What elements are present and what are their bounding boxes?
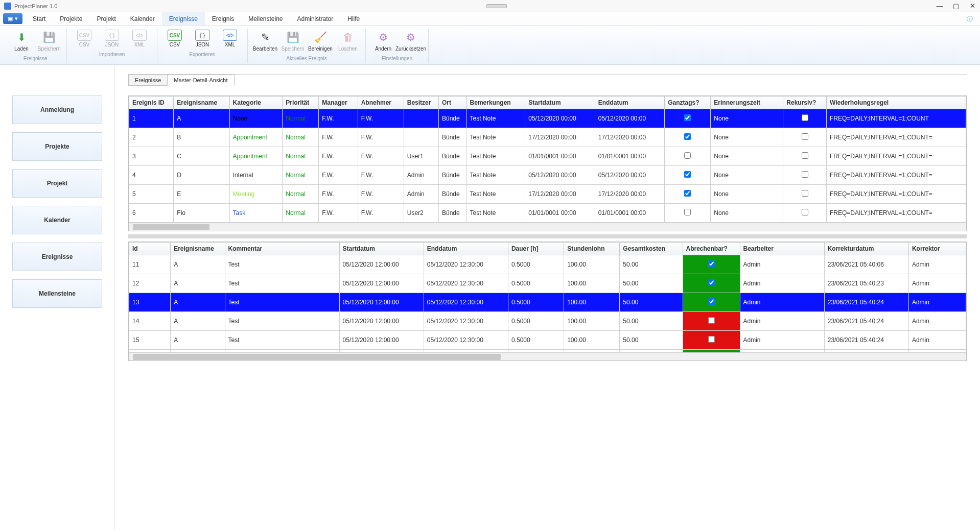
menu-projekte[interactable]: Projekte (53, 12, 89, 25)
col-header[interactable]: Priorität (283, 97, 319, 109)
cell[interactable]: 05/12/2020 12:30:00 (424, 293, 508, 312)
col-header[interactable]: Korrektor (908, 243, 966, 255)
cell[interactable]: None (711, 204, 783, 223)
checkbox[interactable] (802, 114, 808, 121)
cell[interactable]: 11 (129, 255, 171, 274)
minimize-button[interactable]: — (936, 2, 943, 10)
cell[interactable]: Admin (740, 255, 824, 274)
cell[interactable]: 05/12/2020 00:00 (525, 166, 595, 185)
cell[interactable]: 0.5000 (508, 274, 564, 293)
cell[interactable]: E (174, 185, 229, 204)
cell[interactable]: Bünde (439, 204, 467, 223)
cell[interactable]: 50.00 (620, 312, 683, 331)
cell[interactable] (783, 147, 827, 166)
cell[interactable]: Bünde (439, 166, 467, 185)
cell[interactable]: 0.5000 (508, 312, 564, 331)
cell[interactable]: F.W. (358, 109, 404, 128)
cell[interactable]: Admin (908, 331, 966, 350)
cell[interactable]: Test (225, 293, 339, 312)
close-button[interactable]: ✕ (969, 2, 976, 10)
cell[interactable]: 05/12/2020 12:30:00 (424, 312, 508, 331)
cell[interactable] (683, 312, 740, 331)
col-header[interactable]: Startdatum (525, 97, 595, 109)
col-header[interactable]: Wiederholungsregel (826, 97, 966, 109)
cell[interactable]: A (171, 255, 225, 274)
menu-ereignisse[interactable]: Ereignisse (162, 12, 205, 25)
cell[interactable]: 6 (129, 204, 174, 223)
cell[interactable]: Admin (908, 293, 966, 312)
col-header[interactable]: Manager (319, 97, 358, 109)
cell[interactable]: Admin (908, 312, 966, 331)
cell[interactable]: 05/12/2020 12:00:00 (339, 293, 424, 312)
cell[interactable]: Test Note (466, 166, 525, 185)
col-header[interactable]: Abrechenbar? (683, 243, 740, 255)
table-row[interactable]: 12ATest05/12/2020 12:00:0005/12/2020 12:… (129, 274, 966, 293)
ribbon-laden-button[interactable]: ⬇Laden (9, 29, 34, 53)
menu-projekt[interactable]: Projekt (89, 12, 123, 25)
cell[interactable]: FREQ=DAILY;INTERVAL=1;COUNT= (826, 166, 966, 185)
cell[interactable]: Test (225, 331, 339, 350)
cell[interactable]: 100.00 (564, 293, 620, 312)
cell[interactable]: A (174, 109, 229, 128)
cell[interactable]: F.W. (358, 147, 404, 166)
checkbox[interactable] (684, 133, 691, 140)
cell[interactable]: Admin (740, 293, 824, 312)
col-header[interactable]: Stundenlohn (564, 243, 620, 255)
table-row[interactable]: 14ATest05/12/2020 12:00:0005/12/2020 12:… (129, 312, 966, 331)
checkbox[interactable] (802, 171, 808, 178)
col-header[interactable]: Id (129, 243, 171, 255)
cell[interactable]: 100.00 (564, 312, 620, 331)
cell[interactable]: 2 (129, 128, 174, 147)
cell[interactable]: FREQ=DAILY;INTERVAL=1;COUNT (826, 109, 966, 128)
cell[interactable] (683, 274, 740, 293)
ribbon-zuruecksetzen-button[interactable]: ⚙Zurücksetzen (399, 29, 423, 53)
col-header[interactable]: Erinnerungszeit (711, 97, 783, 109)
events-table[interactable]: Ereignis IDEreignisnameKategoriePrioritä… (129, 96, 966, 223)
cell[interactable]: 3 (129, 147, 174, 166)
cell[interactable]: Normal (283, 128, 319, 147)
cell[interactable] (665, 128, 711, 147)
cell[interactable]: Test (225, 312, 339, 331)
cell[interactable]: F.W. (319, 166, 358, 185)
help-info-icon[interactable]: ⓘ (962, 12, 978, 25)
cell[interactable]: None (229, 109, 283, 128)
cell[interactable]: None (711, 185, 783, 204)
cell[interactable]: F.W. (319, 109, 358, 128)
ribbon-aendern-button[interactable]: ⚙Ändern (371, 29, 395, 53)
cell[interactable]: 23/06/2021 05:40:24 (824, 293, 908, 312)
cell[interactable]: Test (225, 255, 339, 274)
cell[interactable]: Normal (283, 109, 319, 128)
menu-kalender[interactable]: Kalender (123, 12, 162, 25)
col-header[interactable]: Enddatum (424, 243, 508, 255)
cell[interactable]: Test Note (466, 109, 525, 128)
cell[interactable]: 50.00 (620, 293, 683, 312)
col-header[interactable]: Rekursiv? (783, 97, 827, 109)
tab-ereignisse[interactable]: Ereignisse (128, 75, 168, 86)
cell[interactable] (783, 185, 827, 204)
cell[interactable] (783, 128, 827, 147)
detail-table[interactable]: IdEreignisnameKommentarStartdatumEnddatu… (129, 242, 966, 352)
events-hscrollbar[interactable] (129, 223, 966, 231)
col-header[interactable]: Startdatum (339, 243, 424, 255)
billable-checkbox[interactable] (708, 317, 715, 324)
cell[interactable]: Test Note (466, 204, 525, 223)
col-header[interactable]: Bearbeiter (740, 243, 824, 255)
cell[interactable]: FREQ=DAILY;INTERVAL=1;COUNT= (826, 147, 966, 166)
splitter[interactable] (128, 234, 967, 238)
checkbox[interactable] (802, 133, 808, 140)
sidebar-item-projekt[interactable]: Projekt (12, 169, 102, 198)
sidebar-item-ereignisse[interactable]: Ereignisse (12, 243, 102, 271)
cell[interactable]: F.W. (319, 147, 358, 166)
cell[interactable]: 01/01/0001 00:00 (595, 204, 665, 223)
cell[interactable]: Admin (908, 274, 966, 293)
cell[interactable]: B (174, 128, 229, 147)
cell[interactable]: 4 (129, 166, 174, 185)
cell[interactable]: User1 (404, 147, 438, 166)
checkbox[interactable] (684, 190, 691, 197)
cell[interactable]: F.W. (358, 128, 404, 147)
table-row[interactable]: 6FloTaskNormalF.W.F.W.User2BündeTest Not… (129, 204, 966, 223)
cell[interactable]: Bünde (439, 185, 467, 204)
menu-start[interactable]: Start (26, 12, 53, 25)
cell[interactable]: F.W. (358, 204, 404, 223)
cell[interactable]: Admin (740, 312, 824, 331)
